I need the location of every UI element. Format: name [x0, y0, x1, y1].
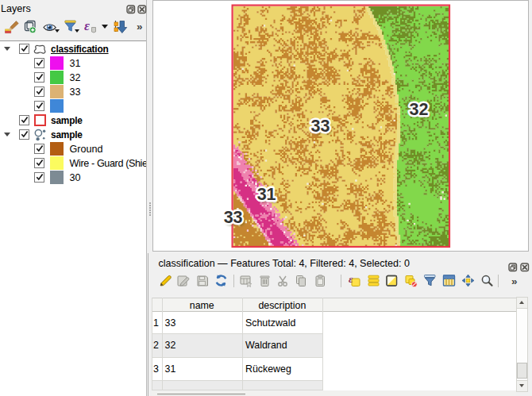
svg-text:ε: ε — [349, 274, 353, 285]
svg-text:31: 31 — [257, 185, 276, 204]
svg-text:33: 33 — [224, 208, 243, 227]
svg-text:32: 32 — [410, 100, 429, 119]
svg-text:33: 33 — [311, 117, 330, 136]
